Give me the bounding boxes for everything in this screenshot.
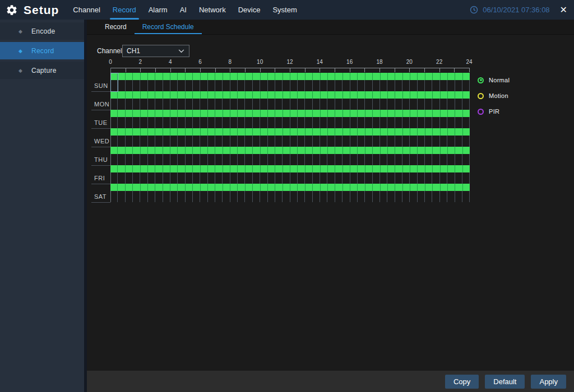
- schedule-cell[interactable]: [455, 110, 462, 117]
- schedule-cell[interactable]: [170, 165, 177, 172]
- schedule-cell[interactable]: [207, 191, 215, 202]
- schedule-cell[interactable]: [432, 91, 439, 99]
- schedule-cell[interactable]: [260, 191, 267, 202]
- schedule-cell[interactable]: [462, 184, 470, 191]
- schedule-cell[interactable]: [230, 165, 237, 172]
- schedule-cell[interactable]: [342, 128, 350, 136]
- schedule-cell[interactable]: [417, 147, 424, 154]
- schedule-cell[interactable]: [312, 172, 320, 184]
- schedule-cell[interactable]: [409, 191, 416, 202]
- sidebar-item-record[interactable]: ◆Record: [0, 42, 84, 59]
- schedule-cell[interactable]: [447, 80, 454, 91]
- schedule-cell[interactable]: [357, 191, 364, 202]
- schedule-cell[interactable]: [365, 184, 372, 191]
- schedule-cell[interactable]: [110, 73, 117, 80]
- schedule-cell[interactable]: [380, 147, 387, 154]
- schedule-cell[interactable]: [432, 191, 439, 202]
- schedule-cell[interactable]: [395, 172, 402, 184]
- schedule-cell[interactable]: [455, 136, 462, 147]
- schedule-cell[interactable]: [455, 80, 462, 91]
- schedule-cell[interactable]: [462, 191, 469, 202]
- schedule-cell[interactable]: [372, 80, 379, 91]
- schedule-cell[interactable]: [275, 128, 282, 136]
- schedule-cell[interactable]: [290, 165, 297, 172]
- schedule-cell[interactable]: [320, 73, 327, 80]
- schedule-cell[interactable]: [275, 110, 282, 117]
- menu-alarm[interactable]: Alarm: [142, 0, 174, 20]
- schedule-cell[interactable]: [312, 91, 320, 99]
- schedule-cell[interactable]: [125, 136, 132, 147]
- schedule-cell[interactable]: [215, 99, 222, 110]
- schedule-cell[interactable]: [140, 165, 147, 172]
- schedule-cell[interactable]: [147, 99, 155, 110]
- schedule-cell[interactable]: [357, 110, 364, 117]
- schedule-cell[interactable]: [200, 191, 207, 202]
- schedule-cell[interactable]: [320, 165, 327, 172]
- schedule-cell[interactable]: [297, 99, 304, 110]
- schedule-cell[interactable]: [297, 117, 304, 128]
- schedule-cell[interactable]: [380, 165, 387, 172]
- schedule-cell[interactable]: [409, 117, 416, 128]
- schedule-cell[interactable]: [425, 165, 432, 172]
- schedule-cell[interactable]: [365, 165, 372, 172]
- schedule-cell[interactable]: [170, 117, 177, 128]
- schedule-cell[interactable]: [200, 80, 207, 91]
- schedule-cell[interactable]: [275, 117, 282, 128]
- schedule-cell[interactable]: [439, 117, 447, 128]
- schedule-cell[interactable]: [409, 136, 416, 147]
- schedule-cell[interactable]: [140, 91, 147, 99]
- schedule-cell[interactable]: [439, 136, 447, 147]
- schedule-cell[interactable]: [320, 110, 327, 117]
- schedule-cell[interactable]: [402, 184, 410, 191]
- motion-radio-icon[interactable]: [478, 93, 484, 99]
- schedule-cell[interactable]: [147, 136, 155, 147]
- schedule-cell[interactable]: [290, 191, 297, 202]
- schedule-cell[interactable]: [410, 110, 417, 117]
- schedule-cell[interactable]: [222, 191, 229, 202]
- schedule-cell[interactable]: [177, 110, 184, 117]
- schedule-cell[interactable]: [342, 172, 349, 184]
- schedule-cell[interactable]: [364, 80, 372, 91]
- schedule-cell[interactable]: [402, 191, 409, 202]
- schedule-cell[interactable]: [425, 147, 432, 154]
- schedule-cell[interactable]: [147, 191, 155, 202]
- schedule-cell[interactable]: [215, 117, 222, 128]
- schedule-cell[interactable]: [417, 172, 424, 184]
- schedule-cell[interactable]: [335, 165, 342, 172]
- schedule-cell[interactable]: [275, 80, 282, 91]
- schedule-cell[interactable]: [395, 147, 402, 154]
- schedule-cell[interactable]: [425, 128, 432, 136]
- schedule-cell[interactable]: [110, 99, 117, 110]
- schedule-cell[interactable]: [364, 172, 372, 184]
- schedule-cell[interactable]: [117, 99, 124, 110]
- schedule-cell[interactable]: [177, 99, 184, 110]
- schedule-cell[interactable]: [357, 128, 364, 136]
- schedule-cell[interactable]: [230, 136, 237, 147]
- schedule-cell[interactable]: [290, 91, 297, 99]
- schedule-cell[interactable]: [110, 191, 117, 202]
- schedule-cell[interactable]: [207, 128, 215, 136]
- schedule-cell[interactable]: [132, 110, 140, 117]
- schedule-cell[interactable]: [125, 165, 132, 172]
- schedule-cell[interactable]: [395, 128, 402, 136]
- schedule-cell[interactable]: [342, 191, 349, 202]
- schedule-cell[interactable]: [230, 80, 237, 91]
- schedule-cell[interactable]: [192, 136, 200, 147]
- schedule-cell[interactable]: [140, 191, 147, 202]
- schedule-cell[interactable]: [305, 184, 312, 191]
- schedule-cell[interactable]: [387, 136, 394, 147]
- schedule-cell[interactable]: [222, 136, 229, 147]
- schedule-cell[interactable]: [222, 154, 229, 165]
- schedule-cell[interactable]: [244, 99, 252, 110]
- schedule-cell[interactable]: [312, 154, 320, 165]
- schedule-cell[interactable]: [425, 110, 432, 117]
- schedule-cell[interactable]: [185, 184, 192, 191]
- schedule-cell[interactable]: [110, 184, 117, 191]
- schedule-cell[interactable]: [110, 154, 117, 165]
- schedule-cell[interactable]: [350, 184, 357, 191]
- schedule-cell[interactable]: [350, 110, 357, 117]
- schedule-cell[interactable]: [312, 73, 320, 80]
- schedule-cell[interactable]: [140, 172, 147, 184]
- legend-pir[interactable]: PIR: [478, 108, 499, 115]
- schedule-cell[interactable]: [282, 80, 289, 91]
